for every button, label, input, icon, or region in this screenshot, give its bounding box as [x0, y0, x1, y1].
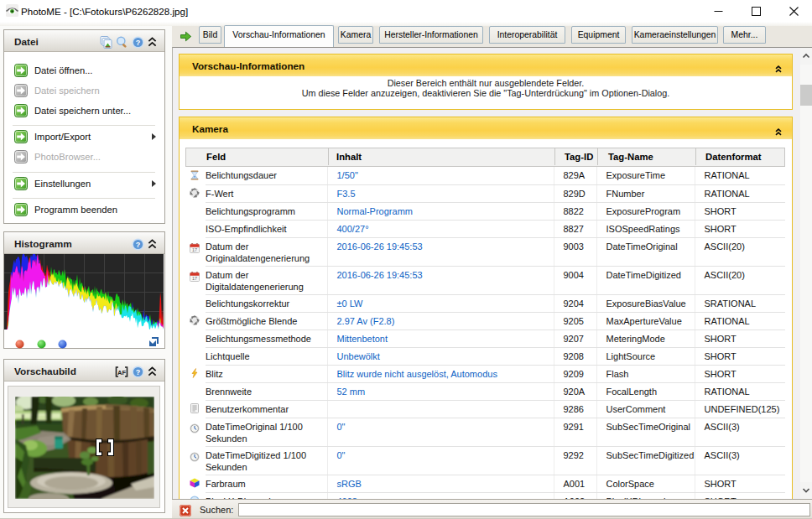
svg-text:AF: AF	[117, 368, 126, 376]
svg-text:?: ?	[136, 367, 141, 376]
svg-text:?: ?	[136, 38, 141, 46]
svg-text:17: 17	[192, 276, 197, 281]
svg-text:?: ?	[136, 240, 141, 248]
svg-text:17: 17	[192, 247, 197, 252]
